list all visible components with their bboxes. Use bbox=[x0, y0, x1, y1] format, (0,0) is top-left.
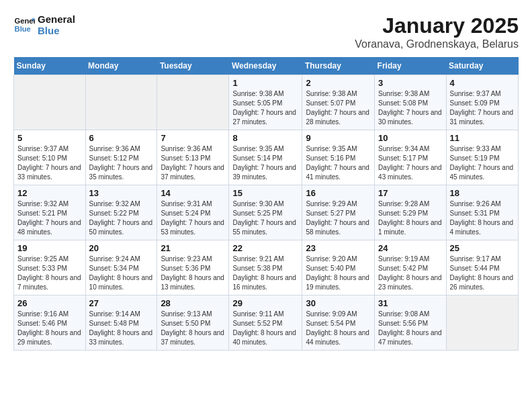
calendar-cell bbox=[14, 75, 86, 130]
calendar-cell: 23Sunrise: 9:20 AM Sunset: 5:40 PM Dayli… bbox=[302, 240, 375, 295]
title-section: January 2025 Voranava, Grodnenskaya, Bel… bbox=[355, 13, 519, 50]
day-info: Sunrise: 9:35 AM Sunset: 5:16 PM Dayligh… bbox=[306, 144, 371, 182]
week-row-3: 12Sunrise: 9:32 AM Sunset: 5:21 PM Dayli… bbox=[14, 185, 519, 240]
day-number: 20 bbox=[89, 243, 154, 253]
day-info: Sunrise: 9:16 AM Sunset: 5:46 PM Dayligh… bbox=[17, 310, 82, 347]
calendar-cell: 20Sunrise: 9:24 AM Sunset: 5:34 PM Dayli… bbox=[85, 240, 157, 295]
day-number: 2 bbox=[306, 78, 371, 88]
calendar-cell: 31Sunrise: 9:08 AM Sunset: 5:56 PM Dayli… bbox=[375, 295, 446, 351]
weekday-header-row: SundayMondayTuesdayWednesdayThursdayFrid… bbox=[14, 57, 519, 75]
calendar-cell: 9Sunrise: 9:35 AM Sunset: 5:16 PM Daylig… bbox=[302, 130, 375, 185]
calendar-title: January 2025 bbox=[355, 13, 519, 38]
day-info: Sunrise: 9:25 AM Sunset: 5:33 PM Dayligh… bbox=[17, 255, 82, 292]
day-number: 21 bbox=[161, 243, 225, 253]
weekday-header-sunday: Sunday bbox=[14, 57, 86, 75]
day-number: 12 bbox=[17, 188, 82, 198]
calendar-cell: 18Sunrise: 9:26 AM Sunset: 5:31 PM Dayli… bbox=[446, 185, 518, 240]
day-number: 15 bbox=[232, 188, 298, 198]
calendar-cell: 27Sunrise: 9:14 AM Sunset: 5:48 PM Dayli… bbox=[85, 295, 157, 351]
day-number: 4 bbox=[450, 78, 515, 88]
calendar-cell: 30Sunrise: 9:09 AM Sunset: 5:54 PM Dayli… bbox=[302, 295, 375, 351]
day-number: 16 bbox=[306, 188, 371, 198]
week-row-2: 5Sunrise: 9:37 AM Sunset: 5:10 PM Daylig… bbox=[14, 130, 519, 185]
day-info: Sunrise: 9:38 AM Sunset: 5:05 PM Dayligh… bbox=[232, 89, 298, 127]
day-info: Sunrise: 9:09 AM Sunset: 5:54 PM Dayligh… bbox=[306, 310, 371, 347]
day-info: Sunrise: 9:21 AM Sunset: 5:38 PM Dayligh… bbox=[232, 255, 298, 292]
day-number: 29 bbox=[232, 298, 298, 308]
weekday-header-friday: Friday bbox=[375, 57, 446, 75]
day-number: 25 bbox=[450, 243, 515, 253]
svg-text:General: General bbox=[15, 17, 35, 25]
calendar-cell: 5Sunrise: 9:37 AM Sunset: 5:10 PM Daylig… bbox=[14, 130, 86, 185]
logo-icon: General Blue bbox=[13, 14, 35, 36]
day-info: Sunrise: 9:31 AM Sunset: 5:24 PM Dayligh… bbox=[161, 199, 225, 237]
calendar-cell: 3Sunrise: 9:38 AM Sunset: 5:08 PM Daylig… bbox=[375, 75, 446, 130]
day-number: 22 bbox=[232, 243, 298, 253]
calendar-cell: 16Sunrise: 9:29 AM Sunset: 5:27 PM Dayli… bbox=[302, 185, 375, 240]
day-info: Sunrise: 9:38 AM Sunset: 5:08 PM Dayligh… bbox=[378, 89, 442, 127]
logo-line1: General bbox=[38, 13, 75, 25]
calendar-cell: 24Sunrise: 9:19 AM Sunset: 5:42 PM Dayli… bbox=[375, 240, 446, 295]
calendar-cell bbox=[85, 75, 157, 130]
calendar-cell: 14Sunrise: 9:31 AM Sunset: 5:24 PM Dayli… bbox=[157, 185, 229, 240]
calendar-cell: 19Sunrise: 9:25 AM Sunset: 5:33 PM Dayli… bbox=[14, 240, 86, 295]
day-info: Sunrise: 9:20 AM Sunset: 5:40 PM Dayligh… bbox=[306, 255, 371, 292]
calendar-cell: 13Sunrise: 9:32 AM Sunset: 5:22 PM Dayli… bbox=[85, 185, 157, 240]
week-row-4: 19Sunrise: 9:25 AM Sunset: 5:33 PM Dayli… bbox=[14, 240, 519, 295]
day-info: Sunrise: 9:35 AM Sunset: 5:14 PM Dayligh… bbox=[232, 144, 298, 182]
day-info: Sunrise: 9:13 AM Sunset: 5:50 PM Dayligh… bbox=[161, 310, 225, 347]
day-number: 18 bbox=[450, 188, 515, 198]
logo: General Blue General Blue bbox=[13, 13, 75, 36]
day-number: 9 bbox=[306, 133, 371, 143]
weekday-header-saturday: Saturday bbox=[446, 57, 518, 75]
calendar-cell: 12Sunrise: 9:32 AM Sunset: 5:21 PM Dayli… bbox=[14, 185, 86, 240]
day-number: 1 bbox=[232, 78, 298, 88]
calendar-cell: 2Sunrise: 9:38 AM Sunset: 5:07 PM Daylig… bbox=[302, 75, 375, 130]
calendar-table: SundayMondayTuesdayWednesdayThursdayFrid… bbox=[13, 57, 519, 351]
day-info: Sunrise: 9:29 AM Sunset: 5:27 PM Dayligh… bbox=[306, 199, 371, 237]
day-info: Sunrise: 9:37 AM Sunset: 5:09 PM Dayligh… bbox=[450, 89, 515, 127]
day-info: Sunrise: 9:33 AM Sunset: 5:19 PM Dayligh… bbox=[450, 144, 515, 182]
calendar-cell: 22Sunrise: 9:21 AM Sunset: 5:38 PM Dayli… bbox=[229, 240, 302, 295]
day-number: 27 bbox=[89, 298, 154, 308]
calendar-cell: 28Sunrise: 9:13 AM Sunset: 5:50 PM Dayli… bbox=[157, 295, 229, 351]
week-row-5: 26Sunrise: 9:16 AM Sunset: 5:46 PM Dayli… bbox=[14, 295, 519, 351]
day-number: 26 bbox=[17, 298, 82, 308]
day-number: 19 bbox=[17, 243, 82, 253]
logo-line2: Blue bbox=[38, 25, 75, 36]
day-number: 23 bbox=[306, 243, 371, 253]
weekday-header-thursday: Thursday bbox=[302, 57, 375, 75]
day-info: Sunrise: 9:37 AM Sunset: 5:10 PM Dayligh… bbox=[17, 144, 82, 182]
calendar-cell bbox=[157, 75, 229, 130]
day-number: 14 bbox=[161, 188, 225, 198]
calendar-cell: 21Sunrise: 9:23 AM Sunset: 5:36 PM Dayli… bbox=[157, 240, 229, 295]
calendar-cell: 29Sunrise: 9:11 AM Sunset: 5:52 PM Dayli… bbox=[229, 295, 302, 351]
day-number: 13 bbox=[89, 188, 154, 198]
calendar-cell: 26Sunrise: 9:16 AM Sunset: 5:46 PM Dayli… bbox=[14, 295, 86, 351]
day-number: 31 bbox=[378, 298, 442, 308]
day-info: Sunrise: 9:36 AM Sunset: 5:12 PM Dayligh… bbox=[89, 144, 154, 182]
day-info: Sunrise: 9:08 AM Sunset: 5:56 PM Dayligh… bbox=[378, 310, 442, 347]
day-info: Sunrise: 9:30 AM Sunset: 5:25 PM Dayligh… bbox=[232, 199, 298, 237]
day-info: Sunrise: 9:23 AM Sunset: 5:36 PM Dayligh… bbox=[161, 255, 225, 292]
day-number: 17 bbox=[378, 188, 442, 198]
day-number: 24 bbox=[378, 243, 442, 253]
calendar-cell: 10Sunrise: 9:34 AM Sunset: 5:17 PM Dayli… bbox=[375, 130, 446, 185]
weekday-header-wednesday: Wednesday bbox=[229, 57, 302, 75]
weekday-header-tuesday: Tuesday bbox=[157, 57, 229, 75]
week-row-1: 1Sunrise: 9:38 AM Sunset: 5:05 PM Daylig… bbox=[14, 75, 519, 130]
svg-text:Blue: Blue bbox=[15, 25, 31, 33]
day-info: Sunrise: 9:32 AM Sunset: 5:21 PM Dayligh… bbox=[17, 199, 82, 237]
calendar-cell: 4Sunrise: 9:37 AM Sunset: 5:09 PM Daylig… bbox=[446, 75, 518, 130]
calendar-subtitle: Voranava, Grodnenskaya, Belarus bbox=[355, 38, 519, 50]
calendar-cell: 8Sunrise: 9:35 AM Sunset: 5:14 PM Daylig… bbox=[229, 130, 302, 185]
day-number: 7 bbox=[161, 133, 225, 143]
day-info: Sunrise: 9:19 AM Sunset: 5:42 PM Dayligh… bbox=[378, 255, 442, 292]
day-info: Sunrise: 9:28 AM Sunset: 5:29 PM Dayligh… bbox=[378, 199, 442, 237]
day-number: 8 bbox=[232, 133, 298, 143]
calendar-cell: 25Sunrise: 9:17 AM Sunset: 5:44 PM Dayli… bbox=[446, 240, 518, 295]
day-number: 3 bbox=[378, 78, 442, 88]
calendar-cell: 6Sunrise: 9:36 AM Sunset: 5:12 PM Daylig… bbox=[85, 130, 157, 185]
day-number: 28 bbox=[161, 298, 225, 308]
calendar-cell: 1Sunrise: 9:38 AM Sunset: 5:05 PM Daylig… bbox=[229, 75, 302, 130]
